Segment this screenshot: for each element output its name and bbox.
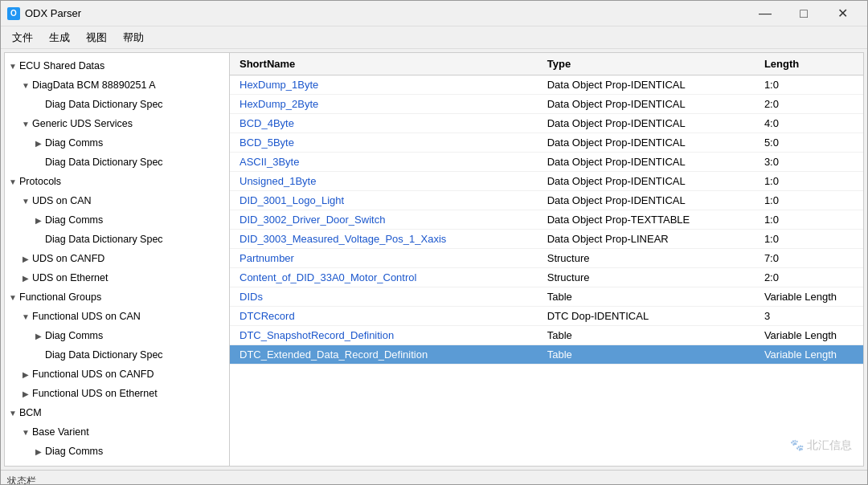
status-text: 状态栏 [7,475,36,485]
tree-panel: ▼ECU Shared Datas▼DiagData BCM 88890251 … [5,53,230,466]
cell-length: 5:0 [755,133,863,153]
tree-label: Protocols [19,176,61,187]
tree-item[interactable]: ▶Diag Comms [5,442,229,461]
data-table: ShortName Type Length HexDump_1ByteData … [230,53,863,365]
cell-shortname: DID_3003_Measured_Voltage_Pos_1_Xaxis [230,230,538,249]
tree-item[interactable]: Diag Data Dictionary Spec [5,345,229,365]
tree-arrow-icon: ▼ [21,196,31,206]
cell-length: 1:0 [755,75,863,95]
tree-arrow-icon: ▼ [21,119,31,128]
table-row[interactable]: DID_3001_Logo_LightData Object Prop-IDEN… [230,191,863,210]
menu-item-视图[interactable]: 视图 [78,27,115,48]
cell-shortname: Partnumber [230,249,538,268]
menu-item-帮助[interactable]: 帮助 [115,27,152,48]
table-row[interactable]: BCD_4ByteData Object Prop-IDENTICAL4:0 [230,114,863,133]
table-row[interactable]: DTCRecordDTC Dop-IDENTICAL3 [230,307,863,326]
tree-arrow-icon: ▼ [21,427,31,437]
tree-item[interactable]: ▼Functional UDS on CAN [5,307,229,326]
tree-label: ECU Shared Datas [19,60,104,71]
tree-item[interactable]: ▶UDS on CANFD [5,249,229,268]
tree-arrow-icon: ▼ [8,408,18,418]
table-row[interactable]: HexDump_2ByteData Object Prop-IDENTICAL2… [230,95,863,114]
tree-item[interactable]: ▼Functional Groups [5,287,229,307]
tree-item[interactable]: Diag Data Dictionary Spec [5,95,229,114]
tree-label: Functional Groups [19,291,101,303]
tree-item[interactable]: ▼ECU Shared Datas [5,56,229,75]
cell-type: Data Object Prop-IDENTICAL [538,95,755,114]
app-title: ODX Parser [25,7,747,19]
tree-label: Diag Data Dictionary Spec [45,157,163,168]
table-row[interactable]: BCD_5ByteData Object Prop-IDENTICAL5:0 [230,133,863,153]
cell-length: 1:0 [755,191,863,210]
minimize-button[interactable]: — [747,1,784,26]
tree-arrow-icon: ▶ [34,138,43,148]
cell-type: Table [538,287,755,307]
tree-item[interactable]: ▶Diag Comms [5,133,229,153]
tree-item[interactable]: Diag Data Dictionary Spec [5,153,229,172]
cell-shortname: BCD_5Byte [230,133,538,153]
table-row[interactable]: HexDump_1ByteData Object Prop-IDENTICAL1… [230,75,863,95]
tree-arrow-icon: ▶ [21,389,31,398]
tree-item[interactable]: ▶Diag Comms [5,326,229,345]
col-header-shortname: ShortName [230,53,538,75]
close-button[interactable]: ✕ [824,1,861,26]
cell-shortname: BCD_4Byte [230,114,538,133]
tree-item[interactable]: ▼Protocols [5,172,229,191]
tree-item[interactable]: ▶Diag Comms [5,210,229,230]
tree-label: Diag Comms [45,446,103,457]
tree-item[interactable]: ▼BCM [5,403,229,422]
tree-item[interactable]: ▼Base Varient [5,422,229,442]
tree-item[interactable]: Diag Data Dictionary Spec [5,461,229,466]
table-row[interactable]: ASCII_3ByteData Object Prop-IDENTICAL3:0 [230,153,863,172]
cell-type: Data Object Prop-IDENTICAL [538,114,755,133]
table-row[interactable]: Unsigned_1ByteData Object Prop-IDENTICAL… [230,172,863,191]
table-row[interactable]: DTC_Extended_Data_Record_DefinitionTable… [230,345,863,365]
tree-label: Diag Data Dictionary Spec [45,99,163,110]
status-bar: 状态栏 [1,470,867,485]
cell-length: 7:0 [755,249,863,268]
menu-item-文件[interactable]: 文件 [4,27,41,48]
tree-item[interactable]: ▼DiagData BCM 88890251 A [5,75,229,95]
tree-item[interactable]: ▶Functional UDS on CANFD [5,365,229,384]
title-bar: O ODX Parser — □ ✕ [1,1,867,26]
tree-item[interactable]: ▼UDS on CAN [5,191,229,210]
maximize-button[interactable]: □ [785,1,822,26]
tree-arrow-icon: ▶ [34,446,43,456]
table-row[interactable]: PartnumberStructure7:0 [230,249,863,268]
tree-label: Base Varient [32,426,89,438]
cell-shortname: Content_of_DID_33A0_Motor_Control [230,268,538,287]
tree-label: BCM [19,407,42,418]
table-row[interactable]: Content_of_DID_33A0_Motor_ControlStructu… [230,268,863,287]
tree-arrow-icon [34,157,43,167]
menu-item-生成[interactable]: 生成 [41,27,78,48]
cell-shortname: ASCII_3Byte [230,153,538,172]
cell-shortname: DIDs [230,287,538,307]
cell-shortname: DTCRecord [230,307,538,326]
table-row[interactable]: DTC_SnapshotRecord_DefinitionTableVariab… [230,326,863,345]
cell-length: 2:0 [755,268,863,287]
table-row[interactable]: DIDsTableVariable Length [230,287,863,307]
cell-length: 1:0 [755,210,863,230]
tree-label: UDS on CAN [32,195,92,206]
tree-item[interactable]: ▼Generic UDS Services [5,114,229,133]
main-container: ▼ECU Shared Datas▼DiagData BCM 88890251 … [4,52,864,467]
col-header-type: Type [538,53,755,75]
cell-type: Table [538,326,755,345]
tree-label: Diag Data Dictionary Spec [45,234,163,245]
cell-type: Data Object Prop-TEXTTABLE [538,210,755,230]
tree-item[interactable]: Diag Data Dictionary Spec [5,230,229,249]
table-row[interactable]: DID_3003_Measured_Voltage_Pos_1_XaxisDat… [230,230,863,249]
tree-arrow-icon: ▶ [21,369,31,379]
tree-arrow-icon: ▼ [8,61,18,71]
tree-item[interactable]: ▶Functional UDS on Ethernet [5,384,229,403]
table-row[interactable]: DID_3002_Driver_Door_SwitchData Object P… [230,210,863,230]
cell-type: Data Object Prop-IDENTICAL [538,75,755,95]
cell-shortname: HexDump_1Byte [230,75,538,95]
tree-label: UDS on CANFD [32,253,104,264]
tree-arrow-icon [34,234,43,244]
cell-length: 3 [755,307,863,326]
tree-arrow-icon: ▶ [34,215,43,225]
cell-length: Variable Length [755,287,863,307]
tree-item[interactable]: ▶UDS on Ethernet [5,268,229,287]
cell-type: Data Object Prop-IDENTICAL [538,153,755,172]
